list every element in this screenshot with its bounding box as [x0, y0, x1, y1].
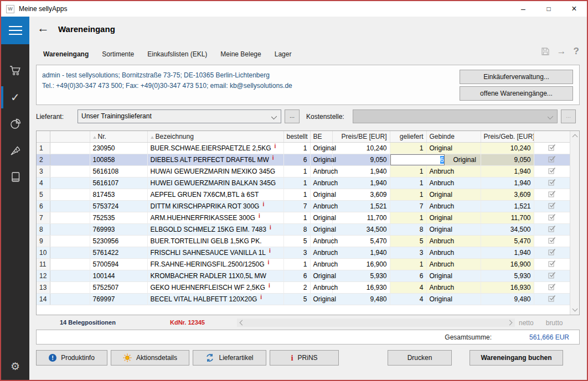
geliefert-cell[interactable]: 7	[390, 200, 426, 212]
row-number-cell[interactable]: 6	[37, 200, 50, 212]
flag-cell[interactable]	[50, 212, 90, 223]
preis-be-cell[interactable]: 9,480	[332, 293, 390, 305]
aktionsdetails-button[interactable]: Aktionsdetails	[111, 350, 189, 366]
be-cell[interactable]: Anbruch	[310, 258, 332, 270]
produktinfo-button[interactable]: ! Produktinfo	[36, 350, 107, 366]
horizontal-scrollbar[interactable]	[237, 319, 515, 327]
preis-geb-cell[interactable]: 9,480	[481, 293, 534, 305]
preis-geb-cell[interactable]: 5,930	[481, 270, 534, 281]
lieferartikel-button[interactable]: Lieferartikel	[193, 350, 266, 366]
gebinde-cell[interactable]: Original	[426, 223, 481, 235]
bestellt-cell[interactable]: 6	[283, 154, 310, 165]
gebinde-cell[interactable]: Original	[426, 142, 481, 154]
geliefert-cell[interactable]: 1	[390, 142, 426, 154]
edit-check-cell[interactable]	[534, 200, 570, 212]
edit-check-cell[interactable]	[534, 212, 570, 223]
description-cell[interactable]: HUWEI GEWUERZMARIN BALKAN 345G	[147, 177, 283, 189]
col-bestellt[interactable]: bestellt	[283, 131, 310, 142]
gebinde-cell[interactable]: Original	[426, 212, 481, 223]
preis-be-cell[interactable]: 16,900	[332, 258, 390, 270]
flag-cell[interactable]	[50, 177, 90, 189]
be-cell[interactable]: Original	[310, 189, 332, 200]
col-bezeichnung[interactable]: Bezeichnung	[147, 131, 283, 142]
lieferant-select[interactable]: Unser Trainingslieferant	[78, 109, 281, 123]
gebinde-cell[interactable]: Anbruch	[426, 247, 481, 258]
description-cell[interactable]: HUWAI GEWUERZMARIN MEXIKO 345G	[147, 165, 283, 177]
article-number-cell[interactable]: 5616108	[90, 165, 147, 177]
menu-button[interactable]	[1, 17, 29, 44]
be-cell[interactable]: Original	[310, 212, 332, 223]
einkaeuferverwaltung-button[interactable]: Einkäuferverwaltung...	[460, 70, 573, 84]
description-cell[interactable]: BUER.TORTELLINI GELB 1,5KG PK.	[147, 235, 283, 247]
be-cell[interactable]: Original	[310, 223, 332, 235]
description-cell[interactable]: ARM.HUEHNERFRIKASSEE 300Gi	[147, 212, 283, 223]
geliefert-cell[interactable]: 1	[390, 165, 426, 177]
flag-cell[interactable]	[50, 154, 90, 165]
col-geliefert[interactable]: geliefert	[390, 131, 426, 142]
drucken-button[interactable]: Drucken	[388, 350, 452, 366]
geliefert-cell[interactable]: 8	[390, 223, 426, 235]
col-preis-be[interactable]: Preis/BE [EUR]	[332, 131, 390, 142]
preis-be-cell[interactable]: 5,930	[332, 270, 390, 281]
edit-check-cell[interactable]	[534, 235, 570, 247]
be-cell[interactable]: Anbruch	[310, 281, 332, 293]
article-number-cell[interactable]: 100858	[90, 154, 147, 165]
bestellt-cell[interactable]: 3	[283, 247, 310, 258]
gebinde-cell[interactable]: Anbruch	[426, 165, 481, 177]
col-gebinde[interactable]: Gebinde	[426, 131, 481, 142]
table-row[interactable]: 95230956BUER.TORTELLINI GELB 1,5KG PK.5A…	[37, 235, 570, 247]
description-cell[interactable]: KROMBACHER RADLER 11X0,5L MW	[147, 270, 283, 281]
preis-geb-cell[interactable]: 10,240	[481, 142, 534, 154]
row-number-cell[interactable]: 5	[37, 189, 50, 200]
sidebar-item-wareneingang[interactable]: ✓	[1, 84, 29, 111]
geliefert-cell[interactable]: 4	[390, 281, 426, 293]
be-cell[interactable]: Anbruch	[310, 235, 332, 247]
bestellt-cell[interactable]: 1	[283, 212, 310, 223]
bestellt-cell[interactable]: 6	[283, 270, 310, 281]
description-cell[interactable]: DITTM KIRSCHPAPRIKA ROT 300Gi	[147, 200, 283, 212]
description-cell[interactable]: DIEBELS ALT PERFECT DRAFT6L MWi	[147, 154, 283, 165]
preis-be-cell[interactable]: 1,521	[332, 200, 390, 212]
flag-cell[interactable]	[50, 235, 90, 247]
preis-geb-cell[interactable]: 1,940	[481, 247, 534, 258]
geliefert-cell[interactable]: 1	[390, 258, 426, 270]
bestellt-cell[interactable]: 5	[283, 235, 310, 247]
geliefert-cell[interactable]: 1	[390, 212, 426, 223]
flag-cell[interactable]	[50, 270, 90, 281]
preis-geb-cell[interactable]: 1,940	[481, 177, 534, 189]
description-cell[interactable]: BECEL VITAL HALBFETT 120X20Gi	[147, 293, 283, 305]
article-number-cell[interactable]: 752535	[90, 212, 147, 223]
geliefert-cell[interactable]: 1	[390, 189, 426, 200]
tab-einkaufslisten[interactable]: Einkaufslisten (EKL)	[147, 50, 207, 58]
edit-check-cell[interactable]	[534, 177, 570, 189]
article-number-cell[interactable]: 5761422	[90, 247, 147, 258]
row-number-cell[interactable]: 7	[37, 212, 50, 223]
preis-geb-cell[interactable]: 9,050	[481, 154, 534, 165]
preis-geb-cell[interactable]: 5,470	[481, 235, 534, 247]
table-row[interactable]: 14769997BECEL VITAL HALBFETT 120X20Gi5Or…	[37, 293, 570, 305]
preis-geb-cell[interactable]: 1,940	[481, 165, 534, 177]
row-number-cell[interactable]: 8	[37, 223, 50, 235]
preis-be-cell[interactable]: 10,240	[332, 142, 390, 154]
flag-cell[interactable]	[50, 258, 90, 270]
preis-be-cell[interactable]: 1,940	[332, 247, 390, 258]
article-number-cell[interactable]: 5752507	[90, 281, 147, 293]
preis-be-cell[interactable]: 16,930	[332, 281, 390, 293]
article-number-cell[interactable]: 5616107	[90, 177, 147, 189]
bestellt-cell[interactable]: 1	[283, 165, 310, 177]
bestellt-cell[interactable]: 1	[283, 142, 310, 154]
flag-cell[interactable]	[50, 223, 90, 235]
geliefert-cell[interactable]: 1	[390, 177, 426, 189]
be-cell[interactable]: Original	[310, 270, 332, 281]
preis-geb-cell[interactable]: 1,521	[481, 200, 534, 212]
bestellt-cell[interactable]: 8	[283, 223, 310, 235]
edit-check-cell[interactable]	[534, 165, 570, 177]
article-number-cell[interactable]: 769997	[90, 293, 147, 305]
table-row[interactable]: 7752535ARM.HUEHNERFRIKASSEE 300Gi1Origin…	[37, 212, 570, 223]
preis-geb-cell[interactable]: 11,700	[481, 212, 534, 223]
flag-cell[interactable]	[50, 293, 90, 305]
sidebar-item-catalog[interactable]	[1, 164, 29, 190]
row-number-cell[interactable]: 1	[37, 142, 50, 154]
col-nr[interactable]: Nr.	[90, 131, 147, 142]
preis-be-cell[interactable]: 1,940	[332, 177, 390, 189]
